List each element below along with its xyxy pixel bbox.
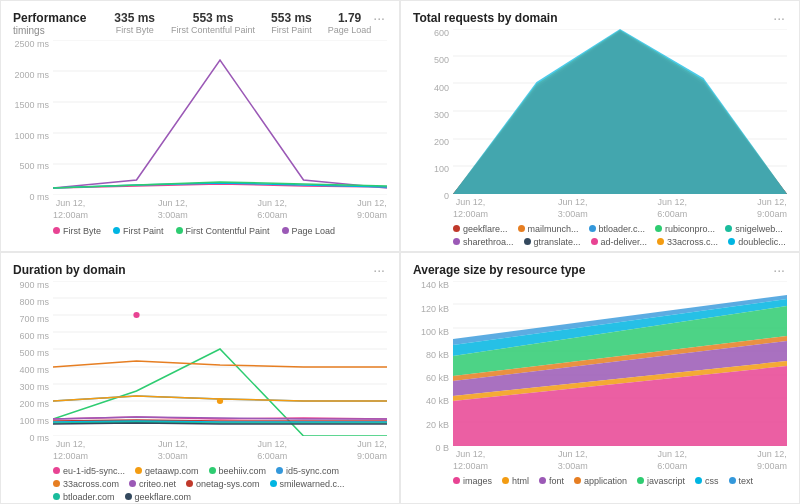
performance-title: Performance: [13, 11, 106, 25]
metric-page-load: 1.79 Page Load: [328, 11, 372, 35]
avg-size-chart-inner: Jun 12,12:00am Jun 12,3:00am Jun 12,6:00…: [453, 281, 787, 472]
duration-domain-y-axis: 900 ms 800 ms 700 ms 600 ms 500 ms 400 m…: [13, 281, 53, 442]
duration-domain-legend: eu-1-id5-sync... getaawp.com beehiiv.com…: [13, 466, 387, 502]
svg-point-34: [217, 398, 223, 404]
performance-subtitle: timings: [13, 25, 106, 36]
duration-domain-title: Duration by domain: [13, 263, 371, 277]
total-requests-title: Total requests by domain: [413, 11, 771, 25]
avg-size-x-axis: Jun 12,12:00am Jun 12,3:00am Jun 12,6:00…: [453, 446, 787, 472]
performance-svg: [53, 40, 387, 195]
duration-domain-x-axis: Jun 12,12:00am Jun 12,3:00am Jun 12,6:00…: [53, 436, 387, 462]
duration-domain-chart-inner: Jun 12,12:00am Jun 12,3:00am Jun 12,6:00…: [53, 281, 387, 462]
avg-size-panel: Average size by resource type ··· 140 kB…: [400, 252, 800, 504]
duration-domain-svg: [53, 281, 387, 436]
avg-size-svg: [453, 281, 787, 446]
avg-size-y-axis: 140 kB 120 kB 100 kB 80 kB 60 kB 40 kB 2…: [413, 281, 453, 452]
avg-size-legend: images html font application javascript …: [413, 476, 787, 486]
svg-point-33: [133, 312, 139, 318]
total-requests-chart-inner: Jun 12,12:00am Jun 12,3:00am Jun 12,6:00…: [453, 29, 787, 220]
performance-legend: First Byte First Paint First Contentful …: [13, 226, 387, 236]
metric-first-byte: 335 ms First Byte: [114, 11, 155, 35]
total-requests-menu[interactable]: ···: [771, 11, 787, 25]
total-requests-y-axis: 600 500 400 300 200 100 0: [413, 29, 453, 200]
total-requests-chart-area: 600 500 400 300 200 100 0: [413, 29, 787, 220]
total-requests-panel: Total requests by domain ··· 600 500 400…: [400, 0, 800, 252]
total-requests-legend: geekflare... mailmunch... btloader.c... …: [413, 224, 787, 247]
performance-panel: Performance timings 335 ms First Byte 55…: [0, 0, 400, 252]
duration-domain-chart-area: 900 ms 800 ms 700 ms 600 ms 500 ms 400 m…: [13, 281, 387, 462]
performance-chart-inner: Jun 12,12:00am Jun 12,3:00am Jun 12,6:00…: [53, 40, 387, 221]
avg-size-menu[interactable]: ···: [771, 263, 787, 277]
total-requests-svg: [453, 29, 787, 194]
performance-metrics: 335 ms First Byte 553 ms First Contentfu…: [114, 11, 371, 35]
performance-x-axis: Jun 12,12:00am Jun 12,3:00am Jun 12,6:00…: [53, 195, 387, 221]
duration-domain-menu[interactable]: ···: [371, 263, 387, 277]
metric-fcp: 553 ms First Contentful Paint: [171, 11, 255, 35]
dashboard: Performance timings 335 ms First Byte 55…: [0, 0, 800, 504]
avg-size-title: Average size by resource type: [413, 263, 771, 277]
performance-menu[interactable]: ···: [371, 11, 387, 25]
performance-y-axis: 2500 ms 2000 ms 1500 ms 1000 ms 500 ms 0…: [13, 40, 53, 201]
metric-fp: 553 ms First Paint: [271, 11, 312, 35]
avg-size-chart-area: 140 kB 120 kB 100 kB 80 kB 60 kB 40 kB 2…: [413, 281, 787, 472]
performance-chart-area: 2500 ms 2000 ms 1500 ms 1000 ms 500 ms 0…: [13, 40, 387, 221]
duration-domain-panel: Duration by domain ··· 900 ms 800 ms 700…: [0, 252, 400, 504]
total-requests-x-axis: Jun 12,12:00am Jun 12,3:00am Jun 12,6:00…: [453, 194, 787, 220]
